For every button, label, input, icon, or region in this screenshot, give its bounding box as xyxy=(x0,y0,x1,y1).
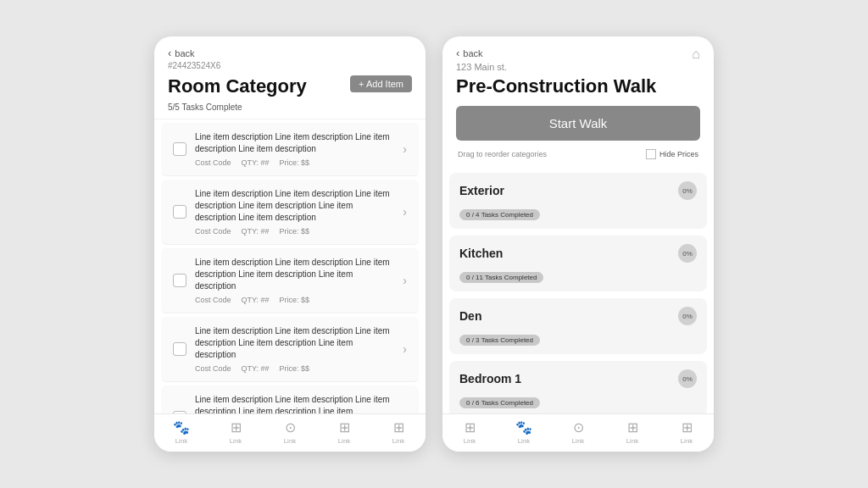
line-item-meta: Cost Code QTY: ## Price: $$ xyxy=(195,227,394,236)
cost-code-label: Cost Code xyxy=(195,364,231,373)
nav-label: Link xyxy=(392,437,405,445)
right-nav-item-2[interactable]: ⊙ Link xyxy=(551,419,605,445)
tasks-badge: 0 / 4 Tasks Completed xyxy=(459,209,540,220)
category-name: Exterior xyxy=(459,184,504,197)
right-nav-item-4[interactable]: ⊞ Link xyxy=(659,419,714,445)
right-nav-item-1[interactable]: 🐾 Link xyxy=(497,419,551,445)
category-item[interactable]: Den 0% 0 / 3 Tasks Completed xyxy=(449,298,707,354)
right-header: back ⌂ 123 Main st. Pre-Construction Wal… xyxy=(442,36,714,173)
nav-icon: ⊞ xyxy=(393,419,404,435)
chevron-right-icon: › xyxy=(403,205,407,219)
category-item[interactable]: Bedroom 1 0% 0 / 6 Tasks Completed xyxy=(449,361,707,413)
line-item[interactable]: Line item description Line item descript… xyxy=(161,317,419,382)
line-item-checkbox[interactable] xyxy=(173,342,186,356)
line-item[interactable]: Line item description Line item descript… xyxy=(161,248,419,313)
drag-hint-label: Drag to reorder categories xyxy=(458,150,547,158)
walk-controls: Drag to reorder categories Hide Prices xyxy=(456,149,700,159)
category-badge: 0% xyxy=(678,181,697,200)
category-header: Bedroom 1 0% xyxy=(459,369,697,388)
order-number: #24423524X6 xyxy=(168,61,412,70)
left-nav-item-3[interactable]: ⊞ Link xyxy=(317,419,371,445)
line-item-meta: Cost Code QTY: ## Price: $$ xyxy=(195,158,394,167)
line-item-content: Line item description Line item descript… xyxy=(195,325,394,373)
nav-icon: ⊞ xyxy=(231,419,242,435)
nav-icon: ⊙ xyxy=(285,419,296,435)
tasks-complete-label: 5/5 Tasks Complete xyxy=(168,103,412,112)
chevron-right-icon: › xyxy=(403,274,407,287)
price-label: Price: $$ xyxy=(280,158,310,167)
price-label: Price: $$ xyxy=(280,227,310,236)
category-header: Den 0% xyxy=(459,307,697,325)
left-bottom-nav: 🐾 Link ⊞ Link ⊙ Link ⊞ Link ⊞ Link xyxy=(154,413,426,452)
category-name: Bedroom 1 xyxy=(459,372,521,385)
nav-label: Link xyxy=(518,437,531,445)
category-name: Den xyxy=(459,309,481,323)
hide-prices-label: Hide Prices xyxy=(659,150,698,158)
nav-label: Link xyxy=(681,437,693,445)
line-item-description: Line item description Line item descript… xyxy=(195,257,394,292)
line-item-checkbox[interactable] xyxy=(173,142,186,156)
cost-code-label: Cost Code xyxy=(195,158,231,167)
line-item-description: Line item description Line item descript… xyxy=(195,325,394,361)
tasks-badge: 0 / 11 Tasks Completed xyxy=(459,272,543,283)
nav-icon: ⊞ xyxy=(465,419,476,435)
line-item[interactable]: Line item description Line item descript… xyxy=(161,180,419,245)
line-item-description: Line item description Line item descript… xyxy=(195,188,394,224)
tasks-badge: 0 / 3 Tasks Completed xyxy=(459,335,540,346)
price-label: Price: $$ xyxy=(280,364,310,373)
nav-label: Link xyxy=(338,437,351,445)
line-item-description: Line item description Line item descript… xyxy=(195,394,394,413)
right-bottom-nav: ⊞ Link 🐾 Link ⊙ Link ⊞ Link ⊞ Link xyxy=(442,413,714,452)
back-button-right[interactable]: back xyxy=(456,47,483,59)
left-nav-item-0[interactable]: 🐾 Link xyxy=(154,419,209,445)
chevron-right-icon: › xyxy=(403,142,407,156)
nav-icon: 🐾 xyxy=(515,419,532,435)
line-item-description: Line item description Line item descript… xyxy=(195,131,394,155)
left-header: back #24423524X6 Room Category + Add Ite… xyxy=(154,36,426,119)
left-screen: back #24423524X6 Room Category + Add Ite… xyxy=(154,36,426,452)
line-item-checkbox[interactable] xyxy=(173,205,186,219)
categories-list: Exterior 0% 0 / 4 Tasks Completed Kitche… xyxy=(442,173,714,413)
category-item[interactable]: Exterior 0% 0 / 4 Tasks Completed xyxy=(449,173,707,229)
right-screen-title: Pre-Construction Walk xyxy=(456,75,700,97)
right-nav-item-0[interactable]: ⊞ Link xyxy=(442,419,497,445)
left-nav-item-2[interactable]: ⊙ Link xyxy=(263,419,317,445)
nav-label: Link xyxy=(175,437,188,445)
right-screen: back ⌂ 123 Main st. Pre-Construction Wal… xyxy=(442,36,714,452)
left-nav-item-1[interactable]: ⊞ Link xyxy=(209,419,263,445)
screens-container: back #24423524X6 Room Category + Add Ite… xyxy=(137,19,731,469)
line-item-meta: Cost Code QTY: ## Price: $$ xyxy=(195,296,394,304)
chevron-right-icon: › xyxy=(403,342,407,356)
line-item-checkbox[interactable] xyxy=(173,274,186,287)
line-item[interactable]: Line item description Line item descript… xyxy=(161,385,419,413)
start-walk-button[interactable]: Start Walk xyxy=(456,106,700,141)
add-item-button[interactable]: + Add Item xyxy=(350,75,412,92)
line-items-list: Line item description Line item descript… xyxy=(154,119,426,413)
nav-icon: ⊞ xyxy=(339,419,350,435)
left-nav-item-4[interactable]: ⊞ Link xyxy=(371,419,426,445)
category-badge: 0% xyxy=(678,244,697,263)
category-header: Kitchen 0% xyxy=(459,244,697,263)
line-item-content: Line item description Line item descript… xyxy=(195,131,394,167)
price-label: Price: $$ xyxy=(280,296,310,304)
hide-prices-control[interactable]: Hide Prices xyxy=(646,149,698,159)
category-header: Exterior 0% xyxy=(459,181,697,200)
home-icon[interactable]: ⌂ xyxy=(692,47,700,62)
hide-prices-checkbox[interactable] xyxy=(646,149,656,159)
line-item[interactable]: Line item description Line item descript… xyxy=(161,123,419,176)
nav-label: Link xyxy=(230,437,242,445)
nav-icon: 🐾 xyxy=(173,419,190,435)
left-screen-title: Room Category xyxy=(168,75,307,97)
qty-label: QTY: ## xyxy=(242,158,270,167)
nav-label: Link xyxy=(464,437,476,445)
qty-label: QTY: ## xyxy=(242,227,270,236)
nav-icon: ⊙ xyxy=(573,419,584,435)
address-label: 123 Main st. xyxy=(456,62,700,72)
category-item[interactable]: Kitchen 0% 0 / 11 Tasks Completed xyxy=(449,236,707,291)
category-name: Kitchen xyxy=(459,247,503,260)
line-item-content: Line item description Line item descript… xyxy=(195,257,394,304)
right-nav-item-3[interactable]: ⊞ Link xyxy=(605,419,659,445)
category-badge: 0% xyxy=(678,307,697,325)
back-button-left[interactable]: back xyxy=(168,47,412,59)
cost-code-label: Cost Code xyxy=(195,227,231,236)
